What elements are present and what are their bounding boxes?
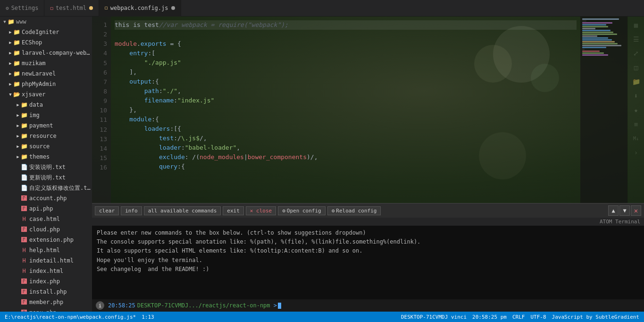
rt-expand-btn[interactable]: ⤢ (629, 47, 643, 60)
terminal-title-bar: ATOM Terminal (92, 218, 644, 226)
sidebar-item-case-html[interactable]: ▶ H case.html (0, 214, 92, 224)
code-line-5: "./app.js" (115, 58, 577, 68)
tab-test-html-label: test.html (56, 5, 86, 11)
terminal-clear-btn[interactable]: clear (95, 206, 119, 215)
terminal-down-btn[interactable]: ▼ (619, 205, 630, 216)
html-icon-3: H (21, 257, 27, 264)
html-icon-2: H (21, 247, 27, 254)
code-line-4: entry:[ (115, 49, 577, 58)
rt-lines-btn[interactable]: ≡ (629, 118, 643, 131)
sidebar-item-indetail[interactable]: ▶ H indetail.html (0, 255, 92, 266)
sidebar-item-custom-txt[interactable]: ▶ 📄 自定义版权修改位置.txt (0, 183, 92, 193)
terminal-title: ATOM Terminal (600, 219, 640, 225)
sidebar-item-img[interactable]: ▶ 📁 img (0, 110, 92, 120)
sidebar-item-source[interactable]: ▶ 📁 source (0, 141, 92, 152)
sidebar-item-data[interactable]: ▶ 📁 data (0, 100, 92, 110)
rt-folder-btn[interactable]: 📁 (629, 75, 643, 88)
sidebar-item-account[interactable]: ▶ 🅿 account.php (0, 193, 92, 203)
sidebar-item-install-txt[interactable]: ▶ 📄 安装说明.txt (0, 162, 92, 172)
sidebar-item-member[interactable]: ▶ 🅿 member.php (0, 297, 92, 307)
tab-test-html[interactable]: ◻ test.html (44, 0, 99, 17)
php-icon-4: 🅿 (21, 237, 27, 243)
label-help-html: help.html (29, 247, 60, 254)
sidebar-item-phpmyadmin[interactable]: ▶ 📁 phpMyAdmin (0, 79, 92, 89)
sidebar-item-update-txt[interactable]: ▶ 📄 更新说明.txt (0, 172, 92, 183)
sidebar-item-payment[interactable]: ▶ 📁 payment (0, 120, 92, 131)
folder-payment: 📁 (21, 122, 27, 129)
terminal-line-5: See changelog and the README! :) (97, 265, 639, 274)
folder-ecshop: 📁 (13, 39, 20, 46)
tab-webpack-label: webpack.config.js (110, 5, 168, 11)
terminal-prompt-path: .../reactjs/react-on-npm > (188, 302, 277, 309)
rt-md-btn[interactable]: M↓ (629, 132, 643, 145)
terminal-arrow-close-btn[interactable]: ✕ (631, 205, 641, 216)
terminal-prompt-badge: i (96, 301, 104, 310)
folder-themes: 📁 (21, 153, 27, 160)
terminal-reload-config-btn[interactable]: ⚙ Reload config (327, 206, 381, 215)
terminal-output[interactable]: Please enter new commands to the box bel… (92, 226, 644, 299)
rt-arrow-btn[interactable]: › (629, 146, 643, 159)
arrow-ecshop: ▶ (8, 40, 13, 45)
code-line-7: output:{ (115, 77, 577, 86)
code-line-6: ], (115, 68, 577, 77)
rt-rows-btn[interactable]: ☰ (629, 33, 643, 46)
label-index-php: index.php (29, 278, 60, 285)
folder-newlaravel: 📁 (13, 70, 20, 77)
php-icon-5: 🅿 (21, 278, 27, 285)
root-arrow: ▼ (2, 19, 8, 25)
terminal-up-btn[interactable]: ▲ (608, 205, 619, 216)
sidebar-item-xjsaver[interactable]: ▼ 📂 xjsaver (0, 89, 92, 100)
code-line-9: filename:"index.js" (115, 96, 577, 105)
rt-star-btn[interactable]: ★ (629, 103, 643, 117)
status-right: DESKTOP-71CVMDJ vinci 20:58:25 pm CRLF U… (401, 314, 639, 320)
editor-area: 123456 789101112 13141516 this is test//… (92, 17, 644, 312)
sidebar-item-muzikam[interactable]: ▶ 📁 muzikam (0, 58, 92, 68)
sidebar-item-codeIgniter[interactable]: ▶ 📁 CodeIgniter (0, 27, 92, 37)
sidebar-item-themes[interactable]: ▶ 📁 themes (0, 152, 92, 162)
sidebar: ▼ 📁 www ▶ 📁 CodeIgniter ▶ 📁 ECShop ▶ 📁 l… (0, 17, 92, 312)
sidebar-item-resource[interactable]: ▶ 📁 resource (0, 131, 92, 141)
label-account: account.php (29, 195, 67, 202)
tab-webpack-config[interactable]: ◻ webpack.config.js (99, 0, 181, 17)
terminal-prompt-time: 20:58:25 (108, 302, 135, 309)
main-area: ▼ 📁 www ▶ 📁 CodeIgniter ▶ 📁 ECShop ▶ 📁 l… (0, 17, 644, 312)
label-extension: extension.php (29, 237, 74, 243)
arrow-codeIgniter: ▶ (8, 29, 13, 35)
minimap[interactable]: ☁ 插件上传 (580, 17, 627, 203)
sidebar-item-install-php[interactable]: ▶ 🅿 install.php (0, 287, 92, 297)
terminal-exit-btn[interactable]: exit (223, 206, 244, 215)
code-line-3: module.exports = { (115, 39, 577, 49)
sidebar-item-help-html[interactable]: ▶ H help.html (0, 245, 92, 255)
status-left: E:\reactjs\react-on-npm\webpack.config.j… (5, 314, 154, 320)
sidebar-item-cloud[interactable]: ▶ 🅿 cloud.php (0, 224, 92, 235)
label-case-html: case.html (29, 216, 60, 222)
terminal-open-config-btn[interactable]: ⚙ Open config (278, 206, 325, 215)
status-position: 1:13 (142, 314, 154, 320)
terminal-all-commands-btn[interactable]: all available commands (144, 206, 221, 215)
sidebar-root[interactable]: ▼ 📁 www (0, 17, 92, 27)
settings-tab-icon: ⚙ (6, 5, 9, 11)
sidebar-item-menu[interactable]: ▶ 🅿 menu.php (0, 307, 92, 312)
sidebar-item-index-php[interactable]: ▶ 🅿 index.php (0, 276, 92, 287)
sidebar-item-index-html[interactable]: ▶ H index.html (0, 266, 92, 276)
sidebar-item-api[interactable]: ▶ 🅿 api.php (0, 203, 92, 214)
terminal-close-btn[interactable]: ✕ close (246, 206, 276, 215)
editor-content[interactable]: 123456 789101112 13141516 this is test//… (92, 17, 644, 203)
sidebar-item-newlaravel[interactable]: ▶ 📁 newLaravel (0, 68, 92, 79)
sidebar-item-ecshop[interactable]: ▶ 📁 ECShop (0, 37, 92, 48)
tab-settings-label: Settings (11, 5, 39, 11)
sidebar-item-extension[interactable]: ▶ 🅿 extension.php (0, 235, 92, 245)
sidebar-item-laravel[interactable]: ▶ 📁 laravel-company-website (0, 48, 92, 58)
terminal-line-3: It also supports special HTML elements l… (97, 246, 639, 255)
tab-settings[interactable]: ⚙ Settings (0, 0, 44, 17)
rt-map-btn[interactable]: ◫ (629, 61, 643, 74)
rt-download-btn[interactable]: ⬇ (629, 89, 643, 102)
right-toolbar: ▦ ☰ ⤢ ◫ 📁 ⬇ ★ ≡ M↓ › (627, 17, 644, 203)
code-line-2 (115, 30, 577, 39)
code-editor[interactable]: this is test//var webpack = require("web… (111, 17, 580, 203)
rt-grid-btn[interactable]: ▦ (629, 18, 643, 32)
terminal-info-btn[interactable]: info (121, 206, 142, 215)
label-payment: payment (29, 122, 53, 129)
gear-icon-1: ⚙ (282, 208, 285, 214)
txt-icon-3: 📄 (21, 185, 27, 191)
